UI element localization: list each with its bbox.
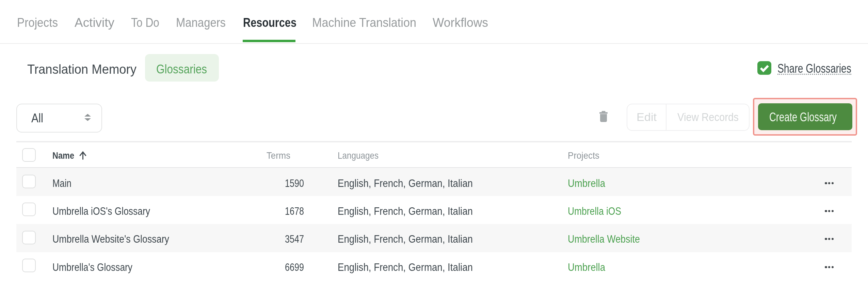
svg-text:English, French, German, Itali: English, French, German, Italian xyxy=(338,177,473,189)
svg-text:Umbrella's Glossary: Umbrella's Glossary xyxy=(52,261,132,273)
svg-text:Umbrella iOS's Glossary: Umbrella iOS's Glossary xyxy=(52,205,150,217)
svg-text:Projects: Projects xyxy=(17,16,58,30)
svg-text:Managers: Managers xyxy=(176,16,226,30)
svg-text:English, French, German, Itali: English, French, German, Italian xyxy=(338,261,473,273)
svg-text:Glossaries: Glossaries xyxy=(156,62,207,76)
svg-text:Main: Main xyxy=(52,177,71,189)
svg-text:Share Glossaries: Share Glossaries xyxy=(777,62,851,75)
svg-text:6699: 6699 xyxy=(285,261,304,273)
svg-text:All: All xyxy=(31,111,43,125)
svg-text:View Records: View Records xyxy=(677,110,739,123)
svg-text:To Do: To Do xyxy=(131,16,159,30)
svg-text:Umbrella: Umbrella xyxy=(568,261,606,273)
svg-text:Umbrella Website: Umbrella Website xyxy=(568,233,640,245)
svg-text:Workflows: Workflows xyxy=(433,16,488,30)
svg-text:Umbrella iOS: Umbrella iOS xyxy=(568,205,621,217)
svg-text:Umbrella: Umbrella xyxy=(568,177,606,189)
svg-text:Terms: Terms xyxy=(267,150,290,161)
svg-text:Translation Memory: Translation Memory xyxy=(27,62,136,76)
svg-text:1590: 1590 xyxy=(285,177,304,189)
svg-text:English, French, German, Itali: English, French, German, Italian xyxy=(338,205,473,217)
svg-text:Languages: Languages xyxy=(338,150,379,161)
svg-text:3547: 3547 xyxy=(285,233,304,245)
svg-text:Name: Name xyxy=(52,150,74,161)
svg-text:1678: 1678 xyxy=(285,205,304,217)
svg-text:Activity: Activity xyxy=(75,16,114,30)
svg-text:English, French, German, Itali: English, French, German, Italian xyxy=(338,233,473,245)
svg-text:Machine Translation: Machine Translation xyxy=(312,16,416,30)
svg-text:Resources: Resources xyxy=(243,16,296,30)
svg-text:Umbrella Website's Glossary: Umbrella Website's Glossary xyxy=(52,233,169,245)
svg-text:Create Glossary: Create Glossary xyxy=(769,110,837,124)
svg-text:Projects: Projects xyxy=(568,150,599,161)
svg-text:Edit: Edit xyxy=(637,110,657,123)
